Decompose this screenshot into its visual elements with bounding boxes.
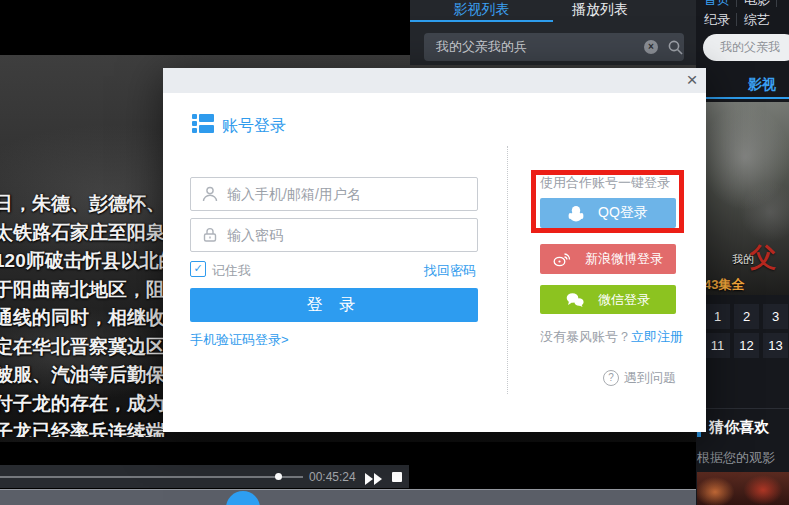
login-button[interactable]: 登 录 (190, 288, 478, 322)
lock-icon (201, 226, 219, 248)
login-dialog: × 账号登录 输入手机/邮箱/用户名 输入密码 ✓ 记 (163, 68, 706, 432)
close-icon[interactable]: × (681, 69, 703, 91)
site-search-placeholder: 我的父亲我 (720, 34, 780, 61)
nav-variety[interactable]: 综艺 (744, 11, 770, 29)
wechat-login-label: 微信登录 (598, 291, 650, 309)
app-window: 日，朱德、彭德怀、左 太铁路石家庄至阳泉段 120师破击忻县以北的 于阳曲南北地… (0, 0, 789, 505)
dialog-divider (507, 146, 508, 394)
show-poster[interactable]: 我的 父 43集全 (700, 102, 789, 295)
qq-login-button[interactable]: QQ登录 (540, 198, 676, 228)
help-link[interactable]: ? 遇到问题 (540, 369, 676, 387)
remember-me-checkbox[interactable]: ✓ (190, 261, 206, 277)
user-icon (201, 185, 219, 207)
qq-login-label: QQ登录 (598, 204, 648, 222)
dialog-header (163, 68, 706, 93)
dialog-title: 账号登录 (222, 116, 286, 137)
weibo-login-button[interactable]: 新浪微博登录 (540, 244, 676, 274)
section-divider (696, 408, 789, 409)
progress-handle[interactable] (275, 473, 282, 480)
episode-tile[interactable]: 2 (734, 304, 759, 329)
weibo-login-label: 新浪微博登录 (585, 250, 663, 268)
episode-tile[interactable]: 3 (763, 304, 788, 329)
bottom-toolbar (0, 489, 696, 505)
episode-count-badge: 43集全 (704, 276, 744, 294)
stop-icon[interactable] (392, 472, 402, 482)
forgot-password-link[interactable]: 找回密码 (424, 262, 476, 280)
username-field[interactable]: 输入手机/邮箱/用户名 (190, 177, 478, 211)
app-logo-icon (192, 114, 214, 138)
playlist-search-value: 我的父亲我的兵 (436, 33, 527, 61)
poster-title-text: 父 (750, 240, 776, 275)
active-tab-underline (410, 20, 553, 22)
question-icon: ? (603, 370, 619, 386)
guess-subtext: 根据您的观影 (697, 449, 775, 467)
qq-penguin-icon (568, 205, 584, 222)
episode-tile[interactable]: 12 (734, 333, 759, 358)
guess-you-like-header: 猜你喜欢 (709, 418, 769, 437)
password-placeholder: 输入密码 (227, 219, 283, 251)
wechat-login-button[interactable]: 微信登录 (540, 285, 676, 314)
remember-me-label: 记住我 (212, 262, 251, 280)
playlist-panel: 影视列表 播放列表 我的父亲我的兵 × (410, 0, 696, 65)
tab-play-list[interactable]: 播放列表 (530, 0, 670, 20)
no-account-text: 没有暴风账号？ (540, 329, 631, 344)
nav-divider (776, 0, 777, 7)
player-control-bar: 00:45:24 (0, 465, 409, 488)
nav-movie[interactable]: 电影 (744, 0, 770, 9)
nav-divider (736, 0, 737, 7)
nav-home[interactable]: 首页 (704, 0, 730, 9)
wechat-icon (566, 292, 584, 307)
episode-tile[interactable]: 13 (763, 333, 788, 358)
progress-bar[interactable] (0, 476, 303, 478)
tab-media[interactable]: 影视 (748, 76, 776, 94)
recommend-poster[interactable] (697, 472, 789, 505)
partner-login-hint: 使用合作账号一键登录 (540, 174, 670, 192)
register-row: 没有暴风账号？立即注册 (540, 328, 683, 346)
episode-tile[interactable]: 11 (705, 333, 730, 358)
fast-forward-icon[interactable] (365, 471, 385, 489)
register-link[interactable]: 立即注册 (631, 329, 683, 344)
section-underline (696, 97, 789, 99)
playlist-search-input[interactable]: 我的父亲我的兵 × (424, 33, 684, 61)
username-placeholder: 输入手机/邮箱/用户名 (227, 178, 361, 210)
password-field[interactable]: 输入密码 (190, 218, 478, 252)
sms-login-link[interactable]: 手机验证码登录> (190, 331, 289, 349)
site-sidebar: 首页 电影 纪录 综艺 我的父亲我 影视 我的 父 43集全 1 2 3 11 … (696, 0, 789, 505)
episode-tile[interactable]: 1 (705, 304, 730, 329)
play-button[interactable] (226, 491, 260, 505)
nav-documentary[interactable]: 纪录 (704, 11, 730, 29)
weibo-icon (553, 252, 571, 267)
playback-time: 00:45:24 (309, 470, 356, 484)
help-label: 遇到问题 (624, 369, 676, 387)
site-search-input[interactable]: 我的父亲我 (703, 34, 789, 61)
nav-divider (736, 13, 737, 26)
dialog-title-row: 账号登录 (192, 115, 286, 137)
clear-search-icon[interactable]: × (644, 40, 658, 54)
search-icon[interactable] (667, 39, 684, 60)
